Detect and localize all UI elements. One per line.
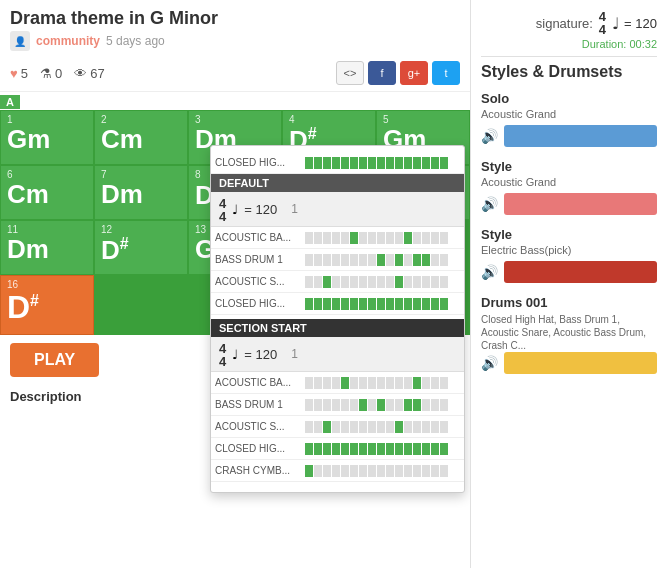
default-beat-marker: 1	[291, 202, 298, 216]
style-acoustic-instrument: Acoustic Grand	[481, 176, 657, 188]
googleplus-button[interactable]: g+	[400, 61, 428, 85]
section-a-label: A	[0, 95, 20, 109]
like-action[interactable]: ♥ 5	[10, 66, 28, 81]
section-start-bpm-note: ♩	[232, 347, 238, 362]
style-bass-title: Style	[481, 227, 657, 242]
drums-title: Drums 001	[481, 295, 657, 310]
header: Drama theme in G Minor 👤 community 5 day…	[0, 0, 470, 55]
section-start-beat-marker: 1	[291, 347, 298, 361]
styles-drumsets-title: Styles & Drumsets	[481, 63, 657, 81]
drums-volume-bar[interactable]	[504, 352, 657, 374]
solo-section: Solo Acoustic Grand 🔊	[481, 91, 657, 147]
community-label[interactable]: community	[36, 34, 100, 48]
flask-count: 0	[55, 66, 62, 81]
drums-volume-icon[interactable]: 🔊	[481, 355, 498, 371]
chord-cell-16[interactable]: 16 D#	[0, 275, 94, 335]
ss-crash-cymb: CRASH CYMB...	[211, 460, 464, 482]
community-icon: 👤	[10, 31, 30, 51]
drums-section: Drums 001 Closed High Hat, Bass Drum 1, …	[481, 295, 657, 374]
like-count: 5	[21, 66, 28, 81]
style-bass-row: 🔊	[481, 261, 657, 283]
section-start-bpm-val: = 120	[244, 347, 277, 362]
social-icons: <> f g+ t	[336, 61, 460, 85]
style-acoustic-volume-icon[interactable]: 🔊	[481, 196, 498, 212]
bpm-value: = 120	[624, 16, 657, 31]
time-ago: 5 days ago	[106, 34, 165, 48]
page-title: Drama theme in G Minor	[10, 8, 460, 29]
default-bpm-val: = 120	[244, 202, 277, 217]
bpm-note-icon: ♩	[612, 14, 620, 33]
heart-icon: ♥	[10, 66, 18, 81]
solo-volume-bar[interactable]	[504, 125, 657, 147]
eye-icon: 👁	[74, 66, 87, 81]
chord-cell-11[interactable]: 11 Dm	[0, 220, 94, 275]
chord-cell-12[interactable]: 12 D#	[94, 220, 188, 275]
signature-line: signature: 4 4 ♩ = 120	[481, 10, 657, 36]
drums-instrument: Closed High Hat, Bass Drum 1, Acoustic S…	[481, 313, 657, 352]
top-pattern	[305, 156, 460, 170]
style-acoustic-row: 🔊	[481, 193, 657, 215]
duration-display: Duration: 00:32	[481, 38, 657, 50]
style-bass-volume-icon[interactable]: 🔊	[481, 264, 498, 280]
solo-volume-icon[interactable]: 🔊	[481, 128, 498, 144]
style-acoustic-volume-bar[interactable]	[504, 193, 657, 215]
default-acoustic-s: ACOUSTIC S...	[211, 271, 464, 293]
meta-row: 👤 community 5 days ago	[10, 31, 460, 51]
solo-row: 🔊	[481, 125, 657, 147]
style-bass-volume-bar[interactable]	[504, 261, 657, 283]
default-time-sig-val: 4 4	[219, 195, 226, 223]
play-button[interactable]: PLAY	[10, 343, 99, 377]
section-start-section: SECTION START 4 4 ♩ = 120 1 ACOUSTIC BA.…	[211, 319, 464, 482]
flask-action[interactable]: ⚗ 0	[40, 66, 62, 81]
section-start-time-sig-val: 4 4	[219, 340, 226, 368]
solo-instrument: Acoustic Grand	[481, 108, 657, 120]
style-acoustic-section: Style Acoustic Grand 🔊	[481, 159, 657, 215]
ss-acoustic-ba: ACOUSTIC BA...	[211, 372, 464, 394]
drum-popup: CLOSED HIG...	[210, 145, 465, 493]
chord-cell-6[interactable]: 6 Cm	[0, 165, 94, 220]
signature-label: signature:	[536, 16, 593, 31]
twitter-button[interactable]: t	[432, 61, 460, 85]
solo-title: Solo	[481, 91, 657, 106]
default-acoustic-ba: ACOUSTIC BA...	[211, 227, 464, 249]
facebook-button[interactable]: f	[368, 61, 396, 85]
left-panel: Drama theme in G Minor 👤 community 5 day…	[0, 0, 470, 568]
chord-cell-2[interactable]: 2 Cm	[94, 110, 188, 165]
views-action: 👁 67	[74, 66, 104, 81]
default-bass-drum: BASS DRUM 1	[211, 249, 464, 271]
chord-cell-empty-3	[94, 275, 188, 335]
style-bass-section: Style Electric Bass(pick) 🔊	[481, 227, 657, 283]
chord-cell-7[interactable]: 7 Dm	[94, 165, 188, 220]
chord-cell-1[interactable]: 1 Gm	[0, 110, 94, 165]
style-acoustic-title: Style	[481, 159, 657, 174]
default-bpm-note: ♩	[232, 202, 238, 217]
style-bass-instrument: Electric Bass(pick)	[481, 244, 657, 256]
section-start-header: SECTION START	[211, 319, 464, 337]
default-time-sig: 4 4 ♩ = 120 1	[211, 192, 464, 227]
divider-1	[481, 56, 657, 57]
drums-row: 🔊	[481, 352, 657, 374]
main-container: Drama theme in G Minor 👤 community 5 day…	[0, 0, 667, 568]
ss-closed-hig: CLOSED HIG...	[211, 438, 464, 460]
embed-button[interactable]: <>	[336, 61, 364, 85]
signature-area: signature: 4 4 ♩ = 120 Duration: 00:32	[481, 10, 657, 50]
section-start-time-sig: 4 4 ♩ = 120 1	[211, 337, 464, 372]
time-signature: 4 4	[599, 10, 606, 36]
action-bar: ♥ 5 ⚗ 0 👁 67 <> f g+ t	[0, 55, 470, 92]
views-count: 67	[90, 66, 104, 81]
popup-top-row: CLOSED HIG...	[211, 152, 464, 174]
flask-icon: ⚗	[40, 66, 52, 81]
ss-bass-drum: BASS DRUM 1	[211, 394, 464, 416]
right-panel: signature: 4 4 ♩ = 120 Duration: 00:32 S…	[470, 0, 667, 568]
default-header: DEFAULT	[211, 174, 464, 192]
default-closed-hig: CLOSED HIG...	[211, 293, 464, 315]
default-section: DEFAULT 4 4 ♩ = 120 1 ACOUSTIC BA...	[211, 174, 464, 315]
ss-acoustic-s: ACOUSTIC S...	[211, 416, 464, 438]
